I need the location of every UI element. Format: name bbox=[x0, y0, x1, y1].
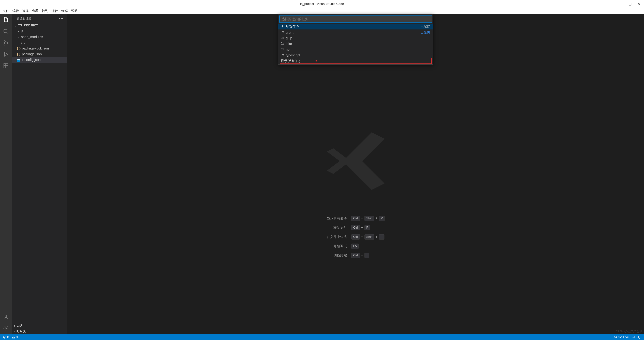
tree-file-package-lock[interactable]: { } package-lock.json bbox=[12, 45, 68, 51]
tree-folder-src[interactable]: › src bbox=[12, 40, 68, 45]
chevron-right-icon: › bbox=[14, 324, 15, 328]
welcome-shortcuts: 显示所有命令 Ctrl+ Shift+ P 转到文件 Ctrl+ P 在文件中查… bbox=[327, 216, 384, 258]
quickpick-item-show-all-tasks[interactable]: 显示所有任务... bbox=[280, 58, 432, 64]
svg-point-11 bbox=[5, 328, 7, 329]
close-icon[interactable]: ✕ bbox=[638, 2, 640, 6]
svg-rect-6 bbox=[4, 64, 6, 65]
key: P bbox=[379, 216, 385, 221]
shortcut-keys: Ctrl+ P bbox=[351, 225, 384, 230]
main-area: 资源管理器 ••• ⌄ TS_PROJECT › js › node_modul… bbox=[0, 14, 644, 334]
debug-icon[interactable] bbox=[3, 51, 9, 57]
settings-gear-icon[interactable] bbox=[3, 325, 9, 332]
json-icon: { } bbox=[17, 46, 20, 50]
sidebar-explorer: 资源管理器 ••• ⌄ TS_PROJECT › js › node_modul… bbox=[12, 14, 68, 334]
quickpick-item-typescript[interactable]: typescript bbox=[278, 52, 433, 58]
file-label: package-lock.json bbox=[22, 46, 49, 50]
shortcut-keys: F5 bbox=[351, 244, 384, 249]
tree-file-package[interactable]: { } package.json bbox=[12, 51, 68, 57]
menu-goto[interactable]: 转到 bbox=[40, 8, 50, 14]
status-bell[interactable] bbox=[637, 336, 642, 339]
source-control-icon[interactable] bbox=[3, 40, 9, 46]
quickpick-item-grunt[interactable]: grunt 已提供 bbox=[278, 29, 433, 35]
section-timeline[interactable]: › 时间线 bbox=[12, 329, 68, 334]
section-outline[interactable]: › 大纲 bbox=[12, 323, 68, 329]
menu-help[interactable]: 帮助 bbox=[70, 8, 79, 14]
quickpick-item-jake[interactable]: jake bbox=[278, 41, 433, 47]
shortcut-keys: Ctrl+ Shift+ F bbox=[351, 234, 384, 240]
quickpick-label: grunt bbox=[286, 30, 294, 34]
quickpick-label: 配置任务 bbox=[286, 24, 299, 29]
vscode-watermark-icon bbox=[324, 129, 388, 194]
explorer-icon[interactable] bbox=[3, 17, 9, 23]
folder-label: node_modules bbox=[21, 35, 43, 39]
key: Ctrl bbox=[351, 234, 360, 240]
menu-select[interactable]: 选择 bbox=[20, 8, 30, 14]
key: Ctrl bbox=[351, 253, 360, 258]
svg-line-1 bbox=[6, 32, 8, 34]
menu-edit[interactable]: 编辑 bbox=[11, 8, 20, 14]
minimize-icon[interactable]: — bbox=[620, 2, 623, 6]
window-title: ts_project - Visual Studio Code bbox=[300, 2, 344, 6]
statusbar: 0 0 Go Live bbox=[0, 334, 644, 340]
plus-icon bbox=[281, 24, 284, 29]
error-count: 0 bbox=[7, 335, 9, 339]
quickpick-list: 配置任务 已配置 grunt 已提供 bbox=[278, 24, 433, 64]
chevron-right-icon: › bbox=[17, 35, 20, 39]
shortcut-keys: Ctrl+ Shift+ P bbox=[351, 216, 384, 221]
bell-icon bbox=[638, 336, 641, 339]
folder-icon bbox=[281, 42, 284, 46]
key: Ctrl bbox=[351, 216, 360, 221]
shortcut-keys: Ctrl+ ` bbox=[351, 253, 384, 258]
folder-label: src bbox=[21, 41, 26, 45]
menu-run[interactable]: 运行 bbox=[50, 8, 60, 14]
quickpick-item-gulp[interactable]: gulp bbox=[278, 35, 433, 41]
maximize-icon[interactable]: ▢ bbox=[628, 2, 632, 6]
tree-folder-node-modules[interactable]: › node_modules bbox=[12, 34, 68, 40]
annotation-arrow-icon bbox=[315, 59, 344, 63]
quickpick-item-npm[interactable]: npm bbox=[278, 47, 433, 52]
quickpick-right-label: 已提供 bbox=[420, 30, 430, 34]
menubar: 文件 编辑 选择 查看 转到 运行 终端 帮助 bbox=[0, 8, 644, 14]
quickpick-label: npm bbox=[286, 48, 292, 51]
key: ` bbox=[364, 253, 369, 258]
tree-root[interactable]: ⌄ TS_PROJECT bbox=[12, 22, 68, 28]
shortcut-label: 转到文件 bbox=[327, 225, 347, 230]
menu-terminal[interactable]: 终端 bbox=[60, 8, 70, 14]
svg-point-2 bbox=[4, 41, 5, 42]
quickpick-label: 显示所有任务... bbox=[281, 59, 304, 63]
broadcast-icon bbox=[614, 336, 617, 339]
quickpick-label: typescript bbox=[286, 53, 300, 57]
quickpick-panel: 配置任务 已配置 grunt 已提供 bbox=[278, 14, 433, 65]
svg-rect-9 bbox=[6, 66, 8, 68]
section-label: 大纲 bbox=[16, 324, 22, 328]
quickpick-item-configure-task[interactable]: 配置任务 已配置 bbox=[278, 24, 433, 29]
search-icon[interactable] bbox=[3, 28, 9, 35]
key: Shift bbox=[364, 216, 374, 221]
tree-folder-js[interactable]: › js bbox=[12, 28, 68, 34]
status-go-live[interactable]: Go Live bbox=[613, 335, 630, 339]
sidebar-sections: › 大纲 › 时间线 bbox=[12, 323, 68, 334]
menu-file[interactable]: 文件 bbox=[1, 8, 11, 14]
quickpick-label: gulp bbox=[286, 36, 292, 40]
folder-icon bbox=[281, 36, 284, 40]
extensions-icon[interactable] bbox=[3, 63, 9, 69]
warning-icon bbox=[12, 336, 15, 339]
folder-icon bbox=[281, 30, 284, 34]
status-errors[interactable]: 0 bbox=[2, 335, 10, 339]
status-warnings[interactable]: 0 bbox=[11, 335, 18, 339]
menu-view[interactable]: 查看 bbox=[30, 8, 40, 14]
sidebar-more-icon[interactable]: ••• bbox=[59, 16, 64, 20]
window-controls: — ▢ ✕ bbox=[616, 0, 644, 8]
quickpick-input[interactable] bbox=[280, 16, 432, 22]
shortcut-label: 开始调试 bbox=[327, 244, 347, 248]
folder-icon bbox=[281, 47, 284, 52]
warning-count: 0 bbox=[16, 335, 18, 339]
shortcut-label: 切换终端 bbox=[327, 253, 347, 258]
account-icon[interactable] bbox=[3, 314, 9, 320]
status-feedback[interactable] bbox=[631, 336, 636, 339]
shortcut-label: 在文件中查找 bbox=[327, 235, 347, 239]
svg-point-20 bbox=[13, 338, 14, 338]
tree-file-tsconfig[interactable]: TS tsconfig.json bbox=[12, 57, 68, 63]
svg-point-0 bbox=[4, 29, 7, 33]
folder-icon bbox=[281, 53, 284, 57]
